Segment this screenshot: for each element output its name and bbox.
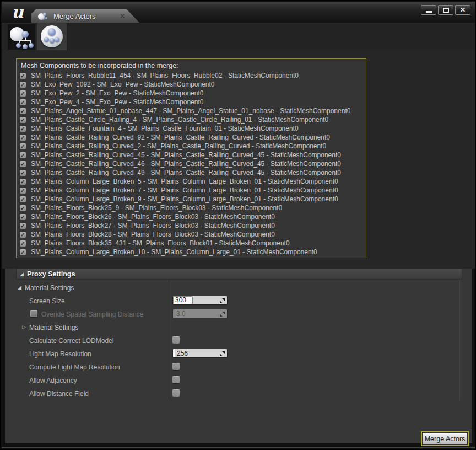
calculate-correct-lod-label: Calculate Correct LODModel — [29, 337, 113, 345]
row-light-map-resolution: Light Map Resolution 256 — [5, 347, 457, 360]
close-button[interactable]: ✕ — [455, 5, 470, 15]
mesh-row-checkbox[interactable]: ✓ — [20, 90, 26, 97]
collapsed-arrow-icon[interactable]: ▷ — [22, 324, 26, 330]
mesh-row-checkbox[interactable]: ✓ — [20, 135, 26, 141]
override-spatial-sampling-checkbox[interactable] — [30, 310, 37, 317]
proxy-settings-category-header[interactable]: ◢ Proxy Settings — [16, 269, 462, 280]
mesh-row-label: SM_Plains_Castle_Railing_Curved_2 - SM_P… — [31, 142, 326, 150]
row-compute-light-map-resolution: Compute Light Map Resolution — [5, 360, 457, 373]
mesh-row-checkbox[interactable]: ✓ — [20, 152, 26, 158]
tab-title: Merge Actors — [53, 12, 120, 20]
mesh-component-row[interactable]: ✓ SM_Plains_Column_Large_Broken_7 - SM_P… — [17, 186, 366, 195]
mesh-row-checkbox[interactable]: ✓ — [20, 161, 26, 167]
allow-distance-field-checkbox[interactable] — [172, 389, 180, 397]
mesh-component-row[interactable]: ✓ SM_Plains_Castle_Railing_Curved_46 - S… — [17, 159, 366, 168]
allow-adjacency-label: Allow Adjacency — [29, 377, 77, 384]
mesh-component-row[interactable]: ✓ SM_Plains_Floors_Rubble11_454 - SM_Pla… — [17, 71, 366, 80]
mesh-row-checkbox[interactable]: ✓ — [20, 99, 26, 105]
mesh-row-label: SM_Plains_Castle_Railing_Curved_49 - SM_… — [31, 169, 341, 176]
mesh-row-checkbox[interactable]: ✓ — [20, 82, 26, 88]
mesh-component-row[interactable]: ✓ SM_Plains_Castle_Railing_Curved_49 - S… — [17, 168, 366, 177]
mesh-component-row[interactable]: ✓ SM_Plains_Angel_Statue_01_nobase_447 -… — [17, 106, 366, 115]
merge-actors-icon — [9, 25, 34, 49]
row-calculate-correct-lod: Calculate Correct LODModel — [5, 334, 457, 347]
mesh-row-checkbox[interactable]: ✓ — [20, 249, 26, 255]
row-material-settings[interactable]: ◢ Material Settings — [5, 281, 457, 294]
mesh-component-row[interactable]: ✓ SM_Plains_Castle_Fountain_4 - SM_Plain… — [17, 124, 366, 133]
spatial-sampling-distance-value: 3.0 — [173, 310, 186, 318]
tab-close-icon[interactable]: ✕ — [120, 13, 125, 20]
light-map-resolution-input[interactable]: 256 — [172, 349, 228, 358]
mesh-row-label: SM_Exo_Pew_1092 - SM_Exo_Pew - StaticMes… — [31, 81, 215, 88]
material-settings-label: Material Settings — [25, 284, 74, 292]
allow-distance-field-label: Allow Distance Field — [29, 390, 89, 398]
mesh-row-checkbox[interactable]: ✓ — [20, 126, 26, 132]
mesh-row-checkbox[interactable]: ✓ — [20, 223, 26, 229]
spinner-drag-icon[interactable] — [220, 298, 225, 303]
minimize-button[interactable] — [421, 5, 436, 15]
mesh-component-row[interactable]: ✓ SM_Plains_Floors_Block26 - SM_Plains_F… — [17, 212, 366, 221]
mesh-row-checkbox[interactable]: ✓ — [20, 117, 26, 123]
light-map-resolution-value[interactable]: 256 — [175, 350, 188, 357]
minimize-icon — [426, 11, 432, 13]
mesh-component-row[interactable]: ✓ SM_Plains_Column_Large_Broken_10 - SM_… — [17, 248, 366, 256]
mesh-row-checkbox[interactable]: ✓ — [20, 232, 26, 238]
mesh-component-row[interactable]: ✓ SM_Exo_Pew_4 - SM_Exo_Pew - StaticMesh… — [17, 98, 366, 106]
mesh-row-label: SM_Plains_Castle_Fountain_4 - SM_Plains_… — [31, 125, 299, 132]
merge-actors-window: u Merge Actors ✕ ✕ — [0, 0, 476, 450]
allow-adjacency-checkbox[interactable] — [172, 376, 180, 383]
mesh-component-row[interactable]: ✓ SM_Exo_Pew_1092 - SM_Exo_Pew - StaticM… — [17, 80, 366, 89]
mesh-row-checkbox[interactable]: ✓ — [20, 214, 26, 220]
mesh-component-row[interactable]: ✓ SM_Plains_Floors_Block25_9 - SM_Plains… — [17, 203, 366, 212]
mesh-row-checkbox[interactable]: ✓ — [20, 108, 26, 114]
mesh-component-list: ✓ SM_Plains_Floors_Rubble11_454 - SM_Pla… — [17, 71, 366, 256]
mode-toolbar — [2, 23, 475, 50]
mesh-component-row[interactable]: ✓ SM_Plains_Floors_Block28 - SM_Plains_F… — [17, 230, 366, 239]
mesh-row-label: SM_Plains_Floors_Block35_431 - SM_Plains… — [31, 239, 290, 247]
maximize-button[interactable] — [438, 5, 453, 15]
expanded-arrow-icon[interactable]: ◢ — [18, 285, 21, 290]
mesh-row-label: SM_Exo_Pew_2 - SM_Exo_Pew - StaticMeshCo… — [31, 89, 203, 97]
mesh-row-checkbox[interactable]: ✓ — [20, 170, 26, 176]
screen-size-value[interactable]: 300 — [173, 296, 193, 304]
mesh-row-checkbox[interactable]: ✓ — [20, 143, 26, 149]
screen-size-input[interactable]: 300 — [172, 296, 228, 305]
proxy-mesh-mode-button[interactable] — [37, 23, 67, 50]
mesh-row-checkbox[interactable]: ✓ — [20, 179, 26, 185]
row-material-settings-inner[interactable]: ▷ Material Settings — [5, 320, 457, 334]
spinner-drag-icon[interactable] — [220, 351, 225, 356]
mesh-row-label: SM_Plains_Column_Large_Broken_5 - SM_Pla… — [31, 178, 338, 185]
mesh-component-row[interactable]: ✓ SM_Plains_Column_Large_Broken_9 - SM_P… — [17, 195, 366, 203]
merge-actors-button[interactable]: Merge Actors — [422, 432, 468, 445]
unreal-engine-logo-icon: u — [8, 2, 27, 22]
mesh-component-row[interactable]: ✓ SM_Plains_Castle_Railing_Curved_92 - S… — [17, 133, 366, 142]
mesh-row-checkbox[interactable]: ✓ — [20, 73, 26, 79]
mesh-component-row[interactable]: ✓ SM_Plains_Castle_Railing_Curved_2 - SM… — [17, 142, 366, 151]
tab-merge-actors[interactable]: Merge Actors ✕ — [31, 9, 140, 24]
mesh-row-checkbox[interactable]: ✓ — [20, 196, 26, 202]
mesh-component-row[interactable]: ✓ SM_Exo_Pew_2 - SM_Exo_Pew - StaticMesh… — [17, 89, 366, 98]
maximize-icon — [443, 8, 449, 13]
category-expanded-icon: ◢ — [20, 271, 24, 277]
mesh-row-label: SM_Plains_Floors_Rubble11_454 - SM_Plain… — [31, 72, 299, 79]
mesh-component-row[interactable]: ✓ SM_Plains_Floors_Block27 - SM_Plains_F… — [17, 221, 366, 230]
mesh-component-row[interactable]: ✓ SM_Plains_Column_Large_Broken_5 - SM_P… — [17, 177, 366, 186]
screen-size-label: Screen Size — [29, 297, 65, 305]
mesh-component-row[interactable]: ✓ SM_Plains_Castle_Circle_Railing_4 - SM… — [17, 115, 366, 124]
mesh-row-label: SM_Plains_Castle_Railing_Curved_46 - SM_… — [31, 160, 341, 168]
calculate-correct-lod-checkbox[interactable] — [172, 336, 180, 344]
row-allow-distance-field: Allow Distance Field — [5, 387, 457, 400]
mesh-row-label: SM_Exo_Pew_4 - SM_Exo_Pew - StaticMeshCo… — [31, 98, 203, 106]
mesh-component-row[interactable]: ✓ SM_Plains_Castle_Railing_Curved_45 - S… — [17, 151, 366, 159]
mesh-component-list-panel: Mesh Components to be incorporated in th… — [16, 58, 366, 258]
spinner-drag-icon — [220, 312, 225, 317]
mesh-component-row[interactable]: ✓ SM_Plains_Floors_Block35_431 - SM_Plai… — [17, 239, 366, 248]
row-allow-adjacency: Allow Adjacency — [5, 373, 457, 387]
compute-light-map-resolution-checkbox[interactable] — [172, 363, 180, 370]
mesh-row-checkbox[interactable]: ✓ — [20, 188, 26, 194]
merge-static-mesh-actors-mode-button[interactable] — [8, 24, 35, 50]
scrollbar-track[interactable] — [459, 280, 460, 401]
mesh-row-checkbox[interactable]: ✓ — [20, 240, 26, 247]
mesh-row-checkbox[interactable]: ✓ — [20, 205, 26, 211]
mesh-row-label: SM_Plains_Castle_Circle_Railing_4 - SM_P… — [31, 116, 328, 124]
